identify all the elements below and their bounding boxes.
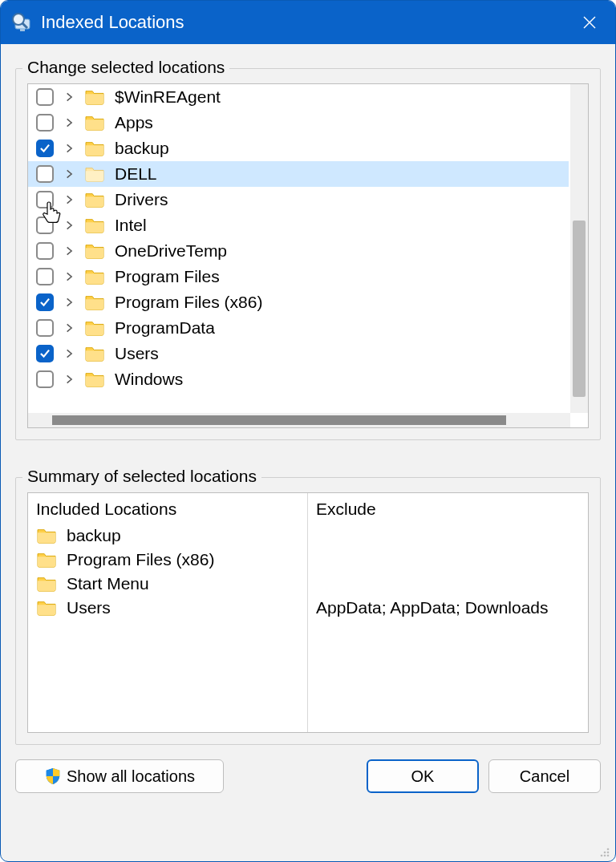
summary-list: Included Locations backupProgram Files (…: [27, 492, 589, 733]
tree-row-label: Drivers: [115, 190, 168, 209]
summary-exclude: [316, 524, 580, 548]
tree-row-label: Program Files: [115, 267, 220, 286]
close-button[interactable]: [573, 6, 606, 38]
chevron-right-icon[interactable]: [62, 244, 76, 258]
svg-point-10: [604, 855, 606, 857]
window-title: Indexed Locations: [41, 12, 573, 33]
summary-row[interactable]: Users: [36, 596, 299, 620]
folder-icon: [36, 527, 57, 544]
group-summary-legend: Summary of selected locations: [22, 467, 261, 486]
folder-icon: [84, 114, 105, 132]
svg-point-9: [601, 855, 603, 857]
tree-row[interactable]: $WinREAgent: [28, 84, 569, 110]
summary-exclude: [316, 548, 580, 572]
summary-name: backup: [67, 526, 121, 545]
chevron-right-icon[interactable]: [62, 295, 76, 310]
tree-row-label: DELL: [115, 164, 157, 184]
summary-row[interactable]: Start Menu: [36, 572, 299, 596]
chevron-right-icon[interactable]: [62, 115, 76, 130]
summary-row[interactable]: backup: [36, 524, 299, 548]
exclude-header: Exclude: [316, 500, 580, 519]
tree-checkbox[interactable]: [36, 370, 54, 388]
folder-icon: [36, 599, 57, 617]
tree-checkbox[interactable]: [36, 242, 54, 260]
tree-checkbox[interactable]: [36, 217, 54, 234]
tree-row-label: Users: [115, 344, 159, 363]
summary-col-exclude: Exclude AppData; AppData; Downloads: [308, 493, 588, 732]
chevron-right-icon[interactable]: [62, 141, 76, 156]
app-icon: [10, 11, 33, 34]
tree-row-label: Program Files (x86): [115, 293, 262, 312]
tree-checkbox[interactable]: [36, 165, 54, 183]
tree-checkbox[interactable]: [36, 345, 54, 362]
summary-name: Start Menu: [67, 574, 149, 593]
svg-point-11: [607, 855, 610, 857]
chevron-right-icon[interactable]: [62, 346, 76, 361]
svg-point-7: [604, 852, 606, 854]
summary-exclude: [316, 572, 580, 596]
folder-icon: [84, 242, 105, 260]
tree-row[interactable]: ProgramData: [28, 315, 569, 341]
tree-row[interactable]: Apps: [28, 110, 569, 136]
tree-row[interactable]: Users: [28, 341, 569, 366]
folder-icon: [36, 575, 57, 593]
cancel-label: Cancel: [520, 767, 569, 786]
dialog-window: Indexed Locations Change selected locati…: [0, 0, 616, 862]
tree-row[interactable]: Program Files (x86): [28, 289, 569, 315]
ok-button[interactable]: OK: [367, 759, 479, 793]
tree-checkbox[interactable]: [36, 268, 54, 285]
chevron-right-icon[interactable]: [62, 372, 76, 386]
chevron-right-icon[interactable]: [62, 321, 76, 335]
summary-exclude: AppData; AppData; Downloads: [316, 596, 580, 620]
folder-icon: [84, 345, 105, 362]
chevron-right-icon[interactable]: [62, 218, 76, 233]
folder-icon: [84, 268, 105, 285]
chevron-right-icon[interactable]: [62, 192, 76, 207]
tree-checkbox[interactable]: [36, 114, 54, 132]
chevron-right-icon[interactable]: [62, 90, 76, 104]
summary-name: Program Files (x86): [67, 550, 214, 569]
tree-checkbox[interactable]: [36, 293, 54, 311]
tree-checkbox[interactable]: [36, 319, 54, 337]
tree-row-label: Intel: [115, 216, 147, 235]
tree-row[interactable]: DELL: [28, 161, 569, 187]
title-bar: Indexed Locations: [1, 1, 615, 44]
tree-row[interactable]: Drivers: [28, 187, 569, 212]
tree-row[interactable]: backup: [28, 136, 569, 161]
tree-row[interactable]: Program Files: [28, 264, 569, 289]
resize-grip[interactable]: [598, 845, 610, 858]
tree-row-label: backup: [115, 139, 169, 158]
group-change-locations: Change selected locations $WinREAgentApp…: [15, 68, 601, 440]
chevron-right-icon[interactable]: [62, 269, 76, 284]
cancel-button[interactable]: Cancel: [488, 759, 601, 793]
tree-hscrollbar[interactable]: [28, 413, 570, 427]
tree-vscrollbar[interactable]: [570, 84, 588, 413]
folder-icon: [84, 293, 105, 311]
dialog-body: Change selected locations $WinREAgentApp…: [1, 44, 615, 861]
folder-icon: [84, 370, 105, 388]
locations-tree: $WinREAgentAppsbackupDELLDriversIntelOne…: [27, 83, 589, 428]
group-summary: Summary of selected locations Included L…: [15, 477, 601, 745]
folder-icon: [84, 165, 105, 183]
tree-row[interactable]: Windows: [28, 366, 569, 392]
summary-col-included: Included Locations backupProgram Files (…: [28, 493, 308, 732]
summary-name: Users: [67, 598, 111, 617]
tree-checkbox[interactable]: [36, 140, 54, 157]
dialog-buttons: Show all locations OK Cancel: [15, 745, 601, 798]
tree-row[interactable]: OneDriveTemp: [28, 238, 569, 264]
folder-icon: [84, 217, 105, 234]
tree-checkbox[interactable]: [36, 88, 54, 106]
show-all-label: Show all locations: [67, 767, 195, 786]
tree-checkbox[interactable]: [36, 191, 54, 208]
show-all-locations-button[interactable]: Show all locations: [15, 759, 224, 793]
tree-row-label: Apps: [115, 113, 153, 132]
svg-point-8: [607, 852, 610, 854]
tree-row[interactable]: Intel: [28, 212, 569, 238]
tree-row-label: ProgramData: [115, 318, 215, 338]
chevron-right-icon[interactable]: [62, 167, 76, 181]
included-header: Included Locations: [36, 500, 299, 519]
folder-icon: [84, 319, 105, 337]
summary-row[interactable]: Program Files (x86): [36, 548, 299, 572]
svg-point-6: [607, 848, 610, 851]
ok-label: OK: [411, 767, 435, 786]
